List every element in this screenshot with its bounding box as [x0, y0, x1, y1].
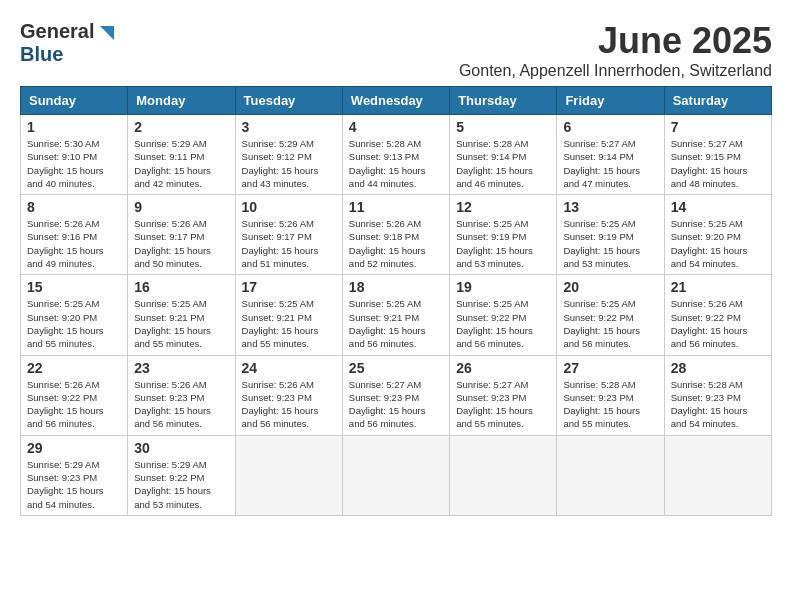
table-row: 26Sunrise: 5:27 AMSunset: 9:23 PMDayligh…	[450, 355, 557, 435]
day-number: 9	[134, 199, 228, 215]
day-info: Sunrise: 5:25 AMSunset: 9:22 PMDaylight:…	[456, 297, 550, 350]
header-monday: Monday	[128, 87, 235, 115]
day-info: Sunrise: 5:25 AMSunset: 9:19 PMDaylight:…	[563, 217, 657, 270]
day-info: Sunrise: 5:28 AMSunset: 9:23 PMDaylight:…	[671, 378, 765, 431]
table-row: 11Sunrise: 5:26 AMSunset: 9:18 PMDayligh…	[342, 195, 449, 275]
table-row: 29Sunrise: 5:29 AMSunset: 9:23 PMDayligh…	[21, 435, 128, 515]
day-info: Sunrise: 5:25 AMSunset: 9:21 PMDaylight:…	[349, 297, 443, 350]
calendar-table: Sunday Monday Tuesday Wednesday Thursday…	[20, 86, 772, 516]
table-row	[450, 435, 557, 515]
calendar-week-row: 8Sunrise: 5:26 AMSunset: 9:16 PMDaylight…	[21, 195, 772, 275]
day-info: Sunrise: 5:27 AMSunset: 9:23 PMDaylight:…	[349, 378, 443, 431]
day-number: 26	[456, 360, 550, 376]
table-row: 19Sunrise: 5:25 AMSunset: 9:22 PMDayligh…	[450, 275, 557, 355]
table-row: 30Sunrise: 5:29 AMSunset: 9:22 PMDayligh…	[128, 435, 235, 515]
logo-blue: Blue	[20, 43, 63, 65]
table-row: 25Sunrise: 5:27 AMSunset: 9:23 PMDayligh…	[342, 355, 449, 435]
table-row: 8Sunrise: 5:26 AMSunset: 9:16 PMDaylight…	[21, 195, 128, 275]
table-row: 7Sunrise: 5:27 AMSunset: 9:15 PMDaylight…	[664, 115, 771, 195]
table-row	[664, 435, 771, 515]
day-info: Sunrise: 5:27 AMSunset: 9:14 PMDaylight:…	[563, 137, 657, 190]
table-row: 15Sunrise: 5:25 AMSunset: 9:20 PMDayligh…	[21, 275, 128, 355]
logo-general: General	[20, 20, 94, 43]
day-info: Sunrise: 5:25 AMSunset: 9:20 PMDaylight:…	[671, 217, 765, 270]
table-row	[235, 435, 342, 515]
header-wednesday: Wednesday	[342, 87, 449, 115]
day-info: Sunrise: 5:26 AMSunset: 9:16 PMDaylight:…	[27, 217, 121, 270]
table-row: 4Sunrise: 5:28 AMSunset: 9:13 PMDaylight…	[342, 115, 449, 195]
day-info: Sunrise: 5:29 AMSunset: 9:23 PMDaylight:…	[27, 458, 121, 511]
day-info: Sunrise: 5:26 AMSunset: 9:22 PMDaylight:…	[27, 378, 121, 431]
table-row: 20Sunrise: 5:25 AMSunset: 9:22 PMDayligh…	[557, 275, 664, 355]
table-row: 22Sunrise: 5:26 AMSunset: 9:22 PMDayligh…	[21, 355, 128, 435]
day-info: Sunrise: 5:27 AMSunset: 9:23 PMDaylight:…	[456, 378, 550, 431]
table-row	[342, 435, 449, 515]
weekday-header-row: Sunday Monday Tuesday Wednesday Thursday…	[21, 87, 772, 115]
table-row: 5Sunrise: 5:28 AMSunset: 9:14 PMDaylight…	[450, 115, 557, 195]
day-info: Sunrise: 5:26 AMSunset: 9:17 PMDaylight:…	[134, 217, 228, 270]
calendar-title: June 2025	[459, 20, 772, 62]
header-friday: Friday	[557, 87, 664, 115]
day-number: 8	[27, 199, 121, 215]
day-number: 29	[27, 440, 121, 456]
title-area: June 2025 Gonten, Appenzell Innerrhoden,…	[459, 20, 772, 80]
day-number: 18	[349, 279, 443, 295]
day-number: 2	[134, 119, 228, 135]
header-thursday: Thursday	[450, 87, 557, 115]
day-info: Sunrise: 5:29 AMSunset: 9:11 PMDaylight:…	[134, 137, 228, 190]
table-row: 12Sunrise: 5:25 AMSunset: 9:19 PMDayligh…	[450, 195, 557, 275]
day-info: Sunrise: 5:28 AMSunset: 9:13 PMDaylight:…	[349, 137, 443, 190]
table-row: 3Sunrise: 5:29 AMSunset: 9:12 PMDaylight…	[235, 115, 342, 195]
day-number: 6	[563, 119, 657, 135]
table-row: 24Sunrise: 5:26 AMSunset: 9:23 PMDayligh…	[235, 355, 342, 435]
day-number: 15	[27, 279, 121, 295]
day-number: 12	[456, 199, 550, 215]
day-info: Sunrise: 5:26 AMSunset: 9:22 PMDaylight:…	[671, 297, 765, 350]
day-info: Sunrise: 5:26 AMSunset: 9:23 PMDaylight:…	[242, 378, 336, 431]
day-number: 24	[242, 360, 336, 376]
svg-marker-0	[100, 26, 114, 40]
day-number: 10	[242, 199, 336, 215]
day-info: Sunrise: 5:27 AMSunset: 9:15 PMDaylight:…	[671, 137, 765, 190]
table-row	[557, 435, 664, 515]
table-row: 18Sunrise: 5:25 AMSunset: 9:21 PMDayligh…	[342, 275, 449, 355]
table-row: 28Sunrise: 5:28 AMSunset: 9:23 PMDayligh…	[664, 355, 771, 435]
day-info: Sunrise: 5:29 AMSunset: 9:22 PMDaylight:…	[134, 458, 228, 511]
table-row: 14Sunrise: 5:25 AMSunset: 9:20 PMDayligh…	[664, 195, 771, 275]
table-row: 13Sunrise: 5:25 AMSunset: 9:19 PMDayligh…	[557, 195, 664, 275]
day-number: 28	[671, 360, 765, 376]
day-number: 23	[134, 360, 228, 376]
day-number: 7	[671, 119, 765, 135]
day-info: Sunrise: 5:28 AMSunset: 9:14 PMDaylight:…	[456, 137, 550, 190]
table-row: 23Sunrise: 5:26 AMSunset: 9:23 PMDayligh…	[128, 355, 235, 435]
table-row: 6Sunrise: 5:27 AMSunset: 9:14 PMDaylight…	[557, 115, 664, 195]
table-row: 9Sunrise: 5:26 AMSunset: 9:17 PMDaylight…	[128, 195, 235, 275]
table-row: 2Sunrise: 5:29 AMSunset: 9:11 PMDaylight…	[128, 115, 235, 195]
calendar-week-row: 29Sunrise: 5:29 AMSunset: 9:23 PMDayligh…	[21, 435, 772, 515]
table-row: 1Sunrise: 5:30 AMSunset: 9:10 PMDaylight…	[21, 115, 128, 195]
day-number: 30	[134, 440, 228, 456]
day-info: Sunrise: 5:30 AMSunset: 9:10 PMDaylight:…	[27, 137, 121, 190]
logo: General Blue	[20, 20, 114, 66]
day-number: 1	[27, 119, 121, 135]
day-info: Sunrise: 5:28 AMSunset: 9:23 PMDaylight:…	[563, 378, 657, 431]
day-number: 25	[349, 360, 443, 376]
day-info: Sunrise: 5:26 AMSunset: 9:17 PMDaylight:…	[242, 217, 336, 270]
day-info: Sunrise: 5:26 AMSunset: 9:18 PMDaylight:…	[349, 217, 443, 270]
header-saturday: Saturday	[664, 87, 771, 115]
table-row: 17Sunrise: 5:25 AMSunset: 9:21 PMDayligh…	[235, 275, 342, 355]
table-row: 16Sunrise: 5:25 AMSunset: 9:21 PMDayligh…	[128, 275, 235, 355]
day-info: Sunrise: 5:26 AMSunset: 9:23 PMDaylight:…	[134, 378, 228, 431]
day-info: Sunrise: 5:25 AMSunset: 9:19 PMDaylight:…	[456, 217, 550, 270]
day-number: 17	[242, 279, 336, 295]
day-info: Sunrise: 5:25 AMSunset: 9:21 PMDaylight:…	[134, 297, 228, 350]
header: General Blue June 2025 Gonten, Appenzell…	[20, 20, 772, 80]
day-number: 21	[671, 279, 765, 295]
day-number: 19	[456, 279, 550, 295]
day-number: 4	[349, 119, 443, 135]
calendar-subtitle: Gonten, Appenzell Innerrhoden, Switzerla…	[459, 62, 772, 80]
day-number: 5	[456, 119, 550, 135]
day-number: 27	[563, 360, 657, 376]
calendar-week-row: 22Sunrise: 5:26 AMSunset: 9:22 PMDayligh…	[21, 355, 772, 435]
day-number: 13	[563, 199, 657, 215]
